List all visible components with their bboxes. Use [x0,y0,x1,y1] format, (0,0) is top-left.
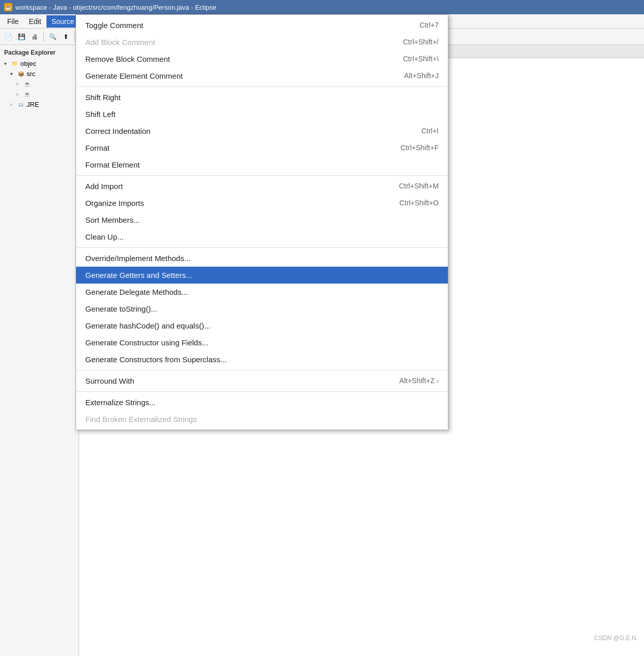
menu-toggle-comment[interactable]: Toggle Comment Ctrl+7 [76,17,448,34]
find-broken-label: Find Broken Externalized Strings [85,414,197,425]
title-bar: ☕ workspace - Java - object/src/com/feng… [0,0,644,14]
menu-file[interactable]: File [2,15,24,28]
sidebar-item-jre[interactable]: › 🗂 JRE [0,99,79,109]
generate-element-comment-label: Generate Element Comment [85,71,183,81]
tree-label-jre: JRE [27,101,39,108]
toolbar-btn-4[interactable]: 🔍 [46,31,59,43]
add-block-comment-shortcut: Ctrl+Shift+/ [403,37,439,48]
format-shortcut: Ctrl+Shift+F [400,143,439,153]
sidebar-header: Package Explorer [0,47,79,58]
menu-clean-up[interactable]: Clean Up... [76,228,448,245]
menu-format-element[interactable]: Format Element [76,156,448,173]
project-icon: 📁 [11,59,19,67]
tree-arrow: ▾ [4,61,9,66]
title-text: workspace - Java - object/src/com/fengzh… [15,4,217,11]
sidebar-item-object[interactable]: ▾ 📁 objec [0,58,79,68]
tree-arrow-src: ▾ [10,71,15,77]
menu-add-import[interactable]: Add Import Ctrl+Shift+M [76,178,448,195]
menu-sep-5 [76,391,448,392]
shift-right-label: Shift Right [85,92,121,103]
generate-getters-setters-label: Generate Getters and Setters... [85,270,192,280]
menu-sep-1 [76,86,448,87]
menu-generate-constructor-fields[interactable]: Generate Constructor using Fields... [76,334,448,351]
menu-sort-members[interactable]: Sort Members... [76,212,448,228]
menu-shift-right[interactable]: Shift Right [76,89,448,106]
organize-imports-label: Organize Imports [85,198,144,208]
menu-source[interactable]: Source [46,15,79,28]
tree-arrow-pkg1: › [16,81,21,87]
menu-generate-constructors-superclass[interactable]: Generate Constructors from Superclass... [76,351,448,368]
tree-arrow-pkg2: › [16,91,21,97]
menu-externalize-strings[interactable]: Externalize Strings... [76,394,448,411]
menu-generate-tostring[interactable]: Generate toString()... [76,300,448,317]
menu-generate-hashcode[interactable]: Generate hashCode() and equals()... [76,317,448,334]
organize-imports-shortcut: Ctrl+Shift+O [399,198,439,208]
menu-sep-4 [76,370,448,370]
menu-generate-getters-setters[interactable]: Generate Getters and Setters... [76,267,448,284]
correct-indentation-label: Correct Indentation [85,126,151,136]
menu-generate-element-comment[interactable]: Generate Element Comment Alt+Shift+J [76,67,448,84]
externalize-strings-label: Externalize Strings... [85,397,156,408]
src-icon: 📦 [17,69,25,78]
sidebar-item-pkg2[interactable]: › ☕ [0,89,79,99]
toolbar-btn-5[interactable]: ⬆ [60,31,72,43]
watermark: CSDN @G.E.N. [594,635,638,642]
generate-hashcode-label: Generate hashCode() and equals()... [85,320,210,331]
sort-members-label: Sort Members... [85,215,140,225]
menu-shift-left[interactable]: Shift Left [76,106,448,123]
tree-label-src: src [27,70,35,78]
menu-surround-with[interactable]: Surround With Alt+Shift+Z › [76,372,448,389]
menu-edit[interactable]: Edit [24,15,46,28]
menu-add-block-comment: Add Block Comment Ctrl+Shift+/ [76,34,448,51]
generate-constructors-superclass-label: Generate Constructors from Superclass... [85,354,227,365]
override-implement-label: Override/Implement Methods... [85,253,190,264]
clean-up-label: Clean Up... [85,231,124,242]
remove-block-comment-label: Remove Block Comment [85,54,170,64]
menu-remove-block-comment[interactable]: Remove Block Comment Ctrl+Shift+\ [76,51,448,67]
shift-left-label: Shift Left [85,109,115,120]
toolbar-btn-2[interactable]: 💾 [15,31,28,43]
menu-organize-imports[interactable]: Organize Imports Ctrl+Shift+O [76,195,448,212]
source-dropdown-menu: Toggle Comment Ctrl+7 Add Block Comment … [76,14,448,430]
menu-format[interactable]: Format Ctrl+Shift+F [76,139,448,156]
app-icon: ☕ [4,3,12,11]
surround-with-label: Surround With [85,376,134,386]
generate-element-comment-shortcut: Alt+Shift+J [404,71,439,81]
pkg1-icon: ☕ [23,80,31,88]
menu-find-broken-externalized: Find Broken Externalized Strings [76,411,448,428]
toggle-comment-shortcut: Ctrl+7 [419,20,439,31]
menu-sep-3 [76,247,448,248]
sidebar: Package Explorer ▾ 📁 objec ▾ 📦 src › ☕ ›… [0,45,79,656]
menu-correct-indentation[interactable]: Correct Indentation Ctrl+I [76,123,448,139]
tree-label-object: objec [20,60,36,67]
format-label: Format [85,143,110,153]
generate-constructor-fields-label: Generate Constructor using Fields... [85,337,208,348]
surround-with-shortcut: Alt+Shift+Z › [399,376,439,386]
menu-sep-2 [76,175,448,176]
sidebar-item-pkg1[interactable]: › ☕ [0,79,79,89]
menu-generate-delegate[interactable]: Generate Delegate Methods... [76,284,448,300]
toggle-comment-label: Toggle Comment [85,20,143,31]
generate-tostring-label: Generate toString()... [85,303,157,314]
new-button[interactable]: 📄 [2,31,14,43]
add-import-shortcut: Ctrl+Shift+M [399,181,439,192]
add-block-comment-label: Add Block Comment [85,37,155,48]
correct-indentation-shortcut: Ctrl+I [421,126,439,136]
generate-delegate-label: Generate Delegate Methods... [85,287,188,297]
format-element-label: Format Element [85,159,140,170]
sidebar-item-src[interactable]: ▾ 📦 src [0,68,79,79]
tree-arrow-jre: › [10,102,15,107]
remove-block-comment-shortcut: Ctrl+Shift+\ [403,54,439,64]
pkg2-icon: ☕ [23,90,31,98]
toolbar-btn-3[interactable]: 🖨 [29,31,41,43]
add-import-label: Add Import [85,181,123,192]
toolbar-sep-2 [75,32,75,42]
toolbar-sep-1 [43,32,44,42]
menu-override-implement[interactable]: Override/Implement Methods... [76,250,448,267]
jre-icon: 🗂 [17,100,25,108]
